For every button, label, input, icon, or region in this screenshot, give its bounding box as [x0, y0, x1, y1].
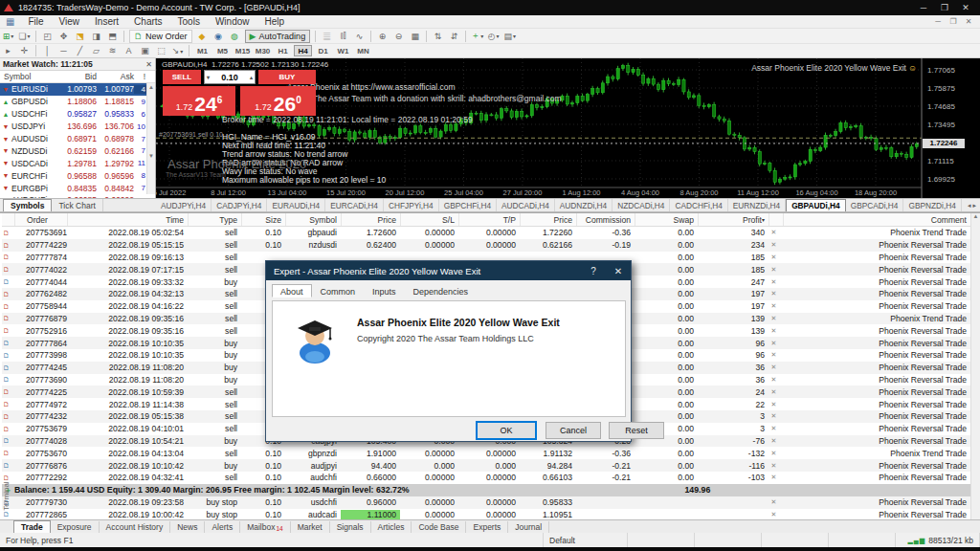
terminal-tab-news[interactable]: News — [170, 521, 205, 533]
column-header-symbol[interactable]: Symbol — [285, 213, 341, 226]
close-trade-icon[interactable]: ✕ — [768, 474, 783, 481]
volume-down-icon[interactable]: ▾ — [207, 74, 210, 80]
terminal-tab-articles[interactable]: Articles — [371, 521, 412, 533]
dialog-tab-inputs[interactable]: Inputs — [364, 284, 405, 298]
volume-stepper[interactable]: ▾0.10▴ — [204, 70, 256, 84]
timeframe-m5[interactable]: M5 — [213, 45, 232, 56]
zoom-out-icon[interactable]: ⊖ — [390, 30, 407, 43]
status-profile[interactable]: Default — [544, 533, 628, 547]
autotrading-button[interactable]: ▶AutoTrading — [245, 30, 311, 43]
volume-up-icon[interactable]: ▴ — [250, 74, 253, 80]
terminal-tab-alerts[interactable]: Alerts — [205, 521, 240, 533]
close-trade-icon[interactable]: ✕ — [768, 412, 783, 420]
dialog-tab-common[interactable]: Common — [312, 284, 365, 298]
indicators-icon[interactable]: ＋▾ — [469, 30, 485, 43]
chart-tab-eurnzdih4[interactable]: EURNZDi,H4 — [728, 199, 786, 211]
close-trade-icon[interactable]: ✕ — [768, 327, 783, 335]
terminal-tab-code-base[interactable]: Code Base — [412, 521, 466, 533]
close-trade-icon[interactable]: ✕ — [768, 498, 783, 506]
chart-tab-cadchfih4[interactable]: CADCHFi,H4 — [670, 199, 727, 211]
close-trade-icon[interactable]: ✕ — [768, 351, 783, 359]
market-watch-tab-tick-chart[interactable]: Tick Chart — [52, 199, 102, 211]
column-symbol[interactable]: Symbol — [0, 72, 56, 81]
table-row[interactable]: 🗋2077536912022.08.19 05:02:54sell0.10gbp… — [2, 227, 970, 239]
chart-shift-icon[interactable]: ◰ — [39, 30, 56, 43]
column-header-swap[interactable]: Swap — [635, 213, 698, 226]
terminal-tab-journal[interactable]: Journal — [508, 521, 549, 533]
close-trade-icon[interactable]: ✕ — [768, 229, 783, 236]
terminal-tab-market[interactable]: Market — [291, 521, 330, 533]
templates-icon[interactable]: ▤▾ — [501, 30, 518, 43]
crosshair-icon[interactable]: ✛ — [16, 44, 33, 57]
buy-button[interactable]: BUY — [258, 70, 316, 84]
chart-tab-nzdcadih4[interactable]: NZDCADi,H4 — [612, 199, 670, 211]
chart-tab-audcadih4[interactable]: AUDCADi,H4 — [497, 199, 555, 211]
close-trade-icon[interactable]: ✕ — [768, 511, 783, 518]
close-trade-icon[interactable]: ✕ — [768, 364, 783, 371]
column-header-profit[interactable]: Profit ▾ — [698, 213, 768, 226]
chart-tab-gbpnzdih4[interactable]: GBPNZDi,H4 — [903, 199, 961, 211]
menu-item-help[interactable]: Help — [256, 16, 292, 27]
chart-tab-gbpchfih4[interactable]: GBPCHFi,H4 — [439, 199, 497, 211]
profile-user-icon[interactable]: ◉ — [211, 30, 227, 43]
zoom-in-icon[interactable]: ⊕ — [374, 30, 390, 43]
timeframe-m30[interactable]: M30 — [254, 45, 272, 56]
bar-chart-icon[interactable]: 𝄛 — [319, 30, 335, 43]
child-restore-icon[interactable]: ❐ — [946, 17, 961, 26]
terminal-scrollbar[interactable]: ▲ — [970, 213, 980, 519]
chart-tab-gbpaudih4[interactable]: GBPAUDi,H4 — [786, 199, 846, 211]
channel-icon[interactable]: ▱ — [88, 44, 104, 57]
market-watch-tab-symbols[interactable]: Symbols — [3, 199, 52, 211]
maximize-icon[interactable]: ❐ — [934, 3, 955, 12]
market-watch-row[interactable]: ▼AUDUSDi0.689710.689787 — [0, 133, 155, 145]
chart-tab-euraudih4[interactable]: EURAUDi,H4 — [267, 199, 325, 211]
child-close-icon[interactable]: ✕ — [961, 17, 976, 26]
table-row[interactable]: 🗋2077797302022.08.19 09:23:58buy stop0.1… — [2, 496, 970, 509]
close-trade-icon[interactable]: ✕ — [768, 376, 783, 384]
minimize-icon[interactable]: ─ — [913, 3, 934, 12]
column-bid[interactable]: Bid — [56, 72, 97, 81]
terminal-tab-signals[interactable]: Signals — [330, 521, 371, 533]
arrows-tool-icon[interactable]: ↘▾ — [169, 44, 186, 57]
cancel-button[interactable]: Cancel — [546, 422, 601, 439]
chart-tab-cadjpyih4[interactable]: CADJPYi,H4 — [212, 199, 267, 211]
menu-item-file[interactable]: File — [20, 16, 51, 27]
timeframe-d1[interactable]: D1 — [314, 45, 332, 56]
close-trade-icon[interactable]: ✕ — [768, 462, 783, 470]
close-trade-icon[interactable]: ✕ — [768, 388, 783, 396]
column-header-type[interactable]: Type — [188, 213, 241, 226]
close-trade-icon[interactable]: ✕ — [768, 266, 783, 274]
data-window-icon[interactable]: ⬒ — [104, 30, 121, 43]
column-spread[interactable]: ! — [134, 72, 147, 81]
buy-price-display[interactable]: 1.72260 — [240, 86, 316, 116]
market-watch-row[interactable]: ▼EURUSDi1.007931.007974 — [0, 83, 155, 96]
market-watch-row[interactable]: ▼EURCHFi0.965880.965968 — [0, 169, 155, 182]
ok-button[interactable]: OK — [477, 422, 536, 439]
timeframe-m15[interactable]: M15 — [234, 45, 252, 56]
close-trade-icon[interactable]: ✕ — [768, 401, 783, 408]
close-trade-icon[interactable]: ✕ — [768, 302, 783, 310]
column-header-size[interactable]: Size — [241, 213, 285, 226]
close-trade-icon[interactable]: ✕ — [768, 450, 783, 457]
dialog-tab-dependencies[interactable]: Dependencies — [405, 284, 478, 298]
close-trade-icon[interactable]: ✕ — [768, 437, 783, 445]
market-watch-row[interactable]: ▼USDCADi1.297811.2979211 — [0, 157, 155, 169]
timeframe-h1[interactable]: H1 — [274, 45, 292, 56]
candlestick-chart-icon[interactable]: ⫾⫿ — [335, 30, 351, 43]
chart-tab-gbpcadih4[interactable]: GBPCADi,H4 — [846, 199, 904, 211]
column-header-price[interactable]: Price — [341, 213, 400, 226]
periods-icon[interactable]: ◴▾ — [485, 30, 501, 43]
menu-item-tools[interactable]: Tools — [170, 16, 208, 27]
close-trade-icon[interactable]: ✕ — [768, 425, 783, 432]
timeframe-w1[interactable]: W1 — [334, 45, 352, 56]
arrange-vertical-icon[interactable]: ⇵ — [446, 30, 462, 43]
reset-button[interactable]: Reset — [609, 422, 664, 439]
chart-tab-audnzdih4[interactable]: AUDNZDi,H4 — [555, 199, 612, 211]
close-trade-icon[interactable]: ✕ — [768, 290, 783, 298]
fibonacci-icon[interactable]: ≋ — [104, 44, 121, 57]
column-header-time[interactable]: Time — [67, 213, 188, 226]
dialog-title-bar[interactable]: Expert - Assar Phoenix Elite 2020 Yellow… — [266, 261, 631, 280]
dialog-tab-about[interactable]: About — [272, 284, 312, 298]
terminal-tab-mailbox[interactable]: Mailbox14 — [240, 521, 291, 533]
arrange-horizontal-icon[interactable]: ⇅ — [430, 30, 446, 43]
